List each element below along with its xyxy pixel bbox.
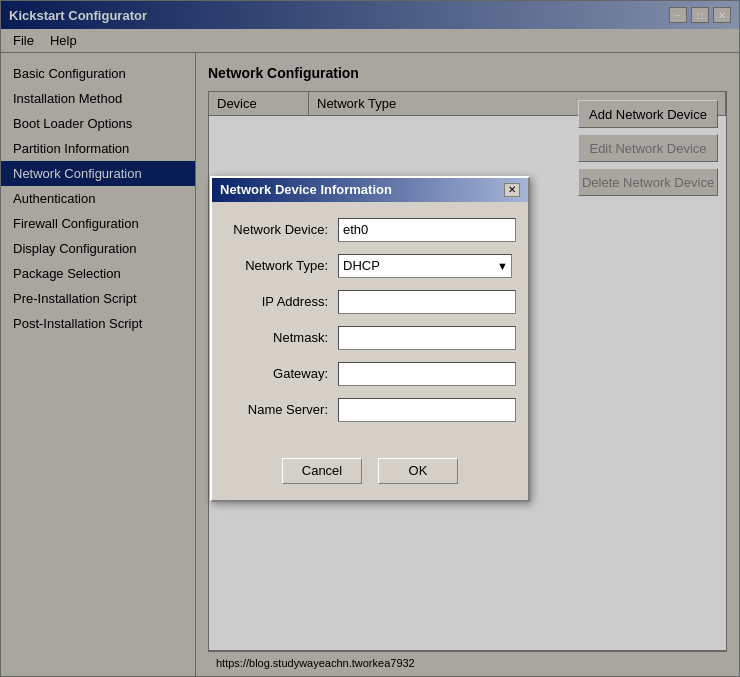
network-type-label: Network Type: (228, 258, 338, 273)
gateway-input[interactable] (338, 362, 516, 386)
network-device-input[interactable] (338, 218, 516, 242)
gateway-row: Gateway: (228, 362, 512, 386)
dialog-title-bar: Network Device Information ✕ (212, 178, 528, 202)
dialog-footer: Cancel OK (212, 450, 528, 500)
ip-address-row: IP Address: (228, 290, 512, 314)
dialog-title: Network Device Information (220, 182, 392, 197)
network-device-row: Network Device: (228, 218, 512, 242)
netmask-input[interactable] (338, 326, 516, 350)
network-type-row: Network Type: DHCP Static IP BOOTP ▼ (228, 254, 512, 278)
ok-button[interactable]: OK (378, 458, 458, 484)
name-server-row: Name Server: (228, 398, 512, 422)
name-server-label: Name Server: (228, 402, 338, 417)
name-server-input[interactable] (338, 398, 516, 422)
network-device-label: Network Device: (228, 222, 338, 237)
ip-address-input[interactable] (338, 290, 516, 314)
dialog-close-button[interactable]: ✕ (504, 183, 520, 197)
ip-address-label: IP Address: (228, 294, 338, 309)
dialog-network-device: Network Device Information ✕ Network Dev… (210, 176, 530, 502)
dialog-body: Network Device: Network Type: DHCP Stati… (212, 202, 528, 450)
cancel-button[interactable]: Cancel (282, 458, 362, 484)
network-type-select-container: DHCP Static IP BOOTP ▼ (338, 254, 512, 278)
netmask-label: Netmask: (228, 330, 338, 345)
network-type-select[interactable]: DHCP Static IP BOOTP (338, 254, 512, 278)
gateway-label: Gateway: (228, 366, 338, 381)
modal-overlay: Network Device Information ✕ Network Dev… (0, 0, 740, 677)
netmask-row: Netmask: (228, 326, 512, 350)
